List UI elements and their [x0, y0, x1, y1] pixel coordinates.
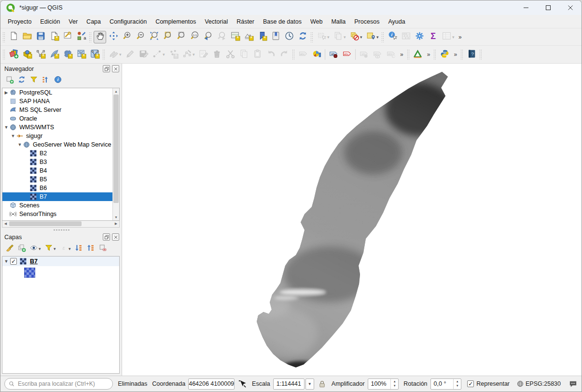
tree-expander-icon[interactable]: ▼	[17, 142, 23, 147]
select-by-value-button-dropdown-arrow[interactable]: ▾	[344, 35, 347, 40]
new-virtual-point-layer-button[interactable]: *	[88, 48, 101, 61]
browser-item-b3[interactable]: B3	[2, 158, 112, 166]
browser-item-b7[interactable]: B7	[2, 192, 112, 201]
tree-expander-icon[interactable]: ▼	[3, 125, 9, 130]
browser-item-sigugr[interactable]: ▼sigugr	[2, 132, 112, 140]
minimize-button[interactable]	[515, 0, 537, 15]
extents-toggle-icon[interactable]	[238, 379, 247, 389]
new-spatial-bookmark-button[interactable]: *	[256, 31, 268, 43]
layer-row-b7[interactable]: ▼ ✓ B7	[2, 257, 119, 266]
browser-collapse-all-button[interactable]	[40, 75, 51, 86]
tree-expander-icon[interactable]: ▶	[3, 90, 9, 95]
map-canvas[interactable]	[122, 64, 582, 376]
render-checkbox[interactable]: ✓	[467, 380, 474, 387]
close-button[interactable]	[559, 0, 582, 15]
style-manager-button[interactable]: a	[75, 31, 87, 43]
rotation-input[interactable]: 0,0 ° ▲▼	[430, 378, 462, 390]
highlight-pinned-labels-button[interactable]: ab	[327, 48, 340, 61]
browser-item-wms-wmts[interactable]: ▼WMS/WMTS	[2, 123, 112, 132]
help-button[interactable]: ?	[465, 48, 478, 61]
show-layouts-button[interactable]	[61, 31, 74, 43]
crs-status[interactable]: EPSG:25830	[516, 380, 561, 388]
scroll-left-icon[interactable]: ◀	[2, 221, 9, 227]
pan-map-button[interactable]	[94, 31, 106, 43]
grass-tools-button[interactable]	[412, 48, 424, 61]
plugin-toolbar-overflow[interactable]: »	[451, 51, 459, 58]
menu-malla[interactable]: Malla	[327, 16, 350, 27]
select-features-button-dropdown-arrow[interactable]: ▾	[327, 35, 331, 40]
tree-expander-icon[interactable]: ▼	[10, 134, 16, 138]
manage-themes-button-dropdown-arrow[interactable]: ▾	[39, 246, 42, 251]
browser-item-b4[interactable]: B4	[2, 166, 112, 175]
select-by-location-button[interactable]	[364, 31, 377, 43]
scroll-up-icon[interactable]: ▲	[113, 88, 119, 95]
attribute-table-button-dropdown-arrow[interactable]: ▾	[452, 35, 456, 40]
browser-item-b5[interactable]: B5	[2, 175, 112, 184]
menu-base-de-datos[interactable]: Base de datos	[259, 16, 306, 27]
label-toolbar-overflow[interactable]: »	[398, 51, 406, 58]
identify-features-button[interactable]: i	[386, 31, 399, 43]
zoom-last-button[interactable]	[202, 31, 214, 43]
coordinate-input[interactable]: 464206 4100009	[188, 378, 235, 390]
layer-diagram-button[interactable]	[310, 48, 323, 61]
save-project-button[interactable]	[34, 31, 47, 43]
menu-vectorial[interactable]: Vectorial	[200, 16, 232, 27]
unplaced-labels-button[interactable]: abc	[341, 48, 353, 61]
layer-styling-button[interactable]	[4, 243, 15, 254]
scale-dropdown-arrow[interactable]: ▼	[305, 378, 314, 390]
vertex-tool-button-dropdown-arrow[interactable]: ▾	[193, 52, 196, 57]
zoom-out-button[interactable]	[134, 31, 147, 43]
browser-item-ms-sql-server[interactable]: MS SQL Server	[2, 106, 112, 114]
digitize-button-dropdown-arrow[interactable]: ▾	[163, 52, 166, 57]
toolbar-overflow[interactable]: »	[456, 34, 464, 41]
browser-item-scenes[interactable]: Scenes	[2, 201, 112, 210]
scrollbar-thumb[interactable]	[113, 95, 119, 203]
new-mesh-layer-button[interactable]: *	[61, 48, 74, 61]
grass-toolbar-overflow[interactable]: »	[425, 51, 433, 58]
menu-complementos[interactable]: Complementos	[151, 16, 200, 27]
layers-float-button[interactable]	[103, 233, 110, 241]
browser-add-selected-layers-button[interactable]	[4, 75, 15, 86]
browser-refresh-button[interactable]	[16, 75, 27, 86]
menu-ayuda[interactable]: Ayuda	[384, 16, 409, 27]
browser-properties-button[interactable]: i	[52, 75, 63, 86]
browser-item-geoserver-web-map-service[interactable]: ▼GeoServer Web Map Service	[2, 140, 112, 149]
new-shapefile-layer-button[interactable]: *	[34, 48, 47, 61]
browser-horizontal-scrollbar[interactable]: ◀ ▶	[2, 221, 120, 228]
render-checkbox-group[interactable]: ✓ Representar	[467, 380, 510, 387]
magnifier-input[interactable]: 100% ▲▼	[368, 378, 399, 390]
layers-close-button[interactable]	[112, 233, 119, 241]
rotation-spinner[interactable]: ▲▼	[453, 379, 461, 389]
locator-search-input[interactable]: Escriba para localizar (Ctrl+K)	[4, 378, 113, 390]
layer-visibility-checkbox[interactable]: ✓	[10, 258, 17, 265]
zoom-in-button[interactable]	[121, 31, 133, 43]
zoom-native-button[interactable]: 1:1	[188, 31, 201, 43]
browser-item-b2[interactable]: B2	[2, 149, 112, 158]
lock-scale-icon[interactable]	[318, 379, 327, 389]
data-source-manager-button[interactable]	[7, 48, 20, 61]
statistics-button[interactable]: Σ	[427, 31, 439, 43]
new-project-button[interactable]	[7, 31, 20, 43]
pan-to-selection-button[interactable]	[107, 31, 120, 43]
maximize-button[interactable]	[537, 0, 559, 15]
menu-edici-n[interactable]: Edición	[36, 16, 64, 27]
menu-web[interactable]: Web	[306, 16, 327, 27]
new-virtual-layer-button[interactable]: *	[75, 48, 87, 61]
current-edits-button-dropdown-arrow[interactable]: ▾	[119, 52, 123, 57]
magnifier-spinner[interactable]: ▲▼	[390, 379, 398, 389]
zoom-to-layer-button[interactable]	[175, 31, 187, 43]
menu-procesos[interactable]: Procesos	[350, 16, 384, 27]
browser-vertical-scrollbar[interactable]: ▲ ▼	[112, 88, 119, 220]
browser-filter-button[interactable]	[28, 75, 39, 86]
new-geopackage-layer-button[interactable]: *	[21, 48, 33, 61]
menu-capa[interactable]: Capa	[82, 16, 105, 27]
browser-item-b6[interactable]: B6	[2, 184, 112, 192]
filter-legend-button[interactable]	[43, 243, 54, 254]
browser-close-button[interactable]	[112, 65, 119, 72]
browser-item-sensorthings[interactable]: SensorThings	[2, 210, 112, 218]
layer-name[interactable]: B7	[30, 258, 38, 265]
select-by-location-button-dropdown-arrow[interactable]: ▾	[376, 35, 380, 40]
browser-item-postgresql[interactable]: ▶PostgreSQL	[2, 88, 112, 97]
scroll-right-icon[interactable]: ▶	[113, 221, 119, 227]
add-group-button[interactable]	[16, 243, 27, 254]
